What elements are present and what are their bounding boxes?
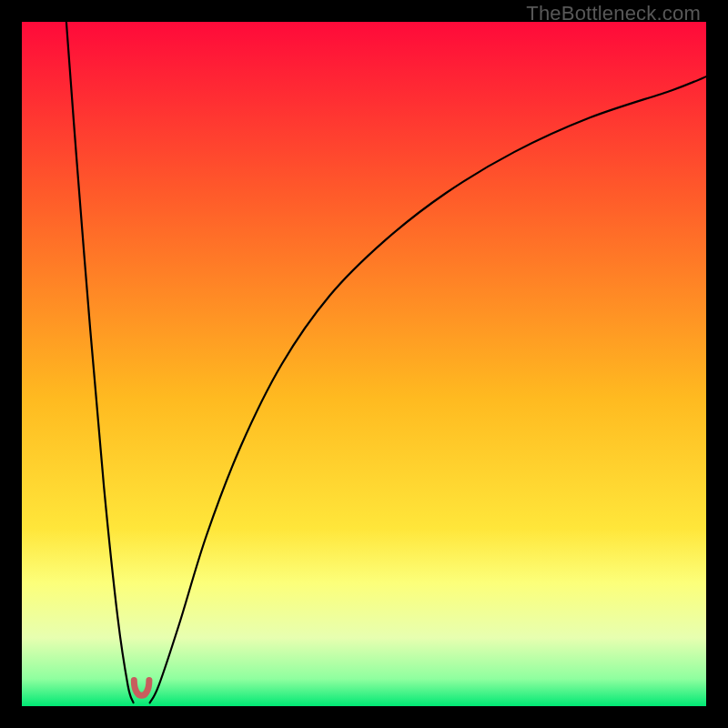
chart-svg bbox=[22, 22, 706, 706]
plot-area bbox=[22, 22, 706, 706]
chart-frame: TheBottleneck.com bbox=[0, 0, 728, 728]
gradient-background bbox=[22, 22, 706, 706]
